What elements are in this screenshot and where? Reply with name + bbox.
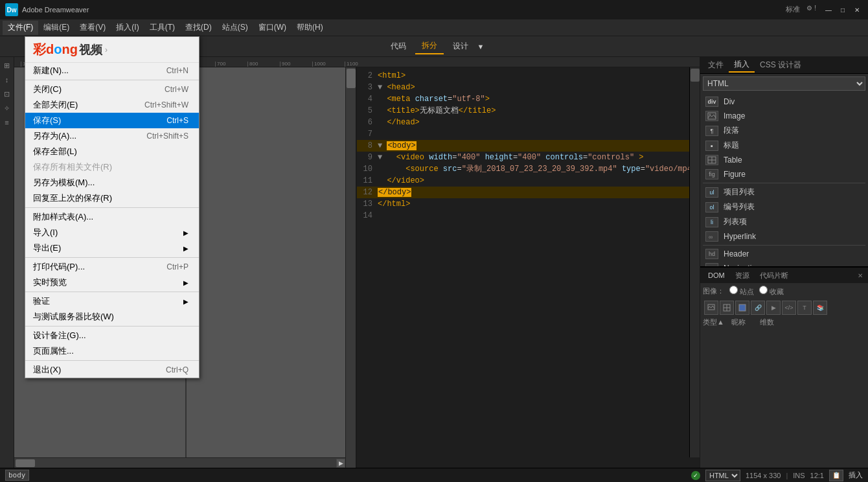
- status-log-btn[interactable]: 📋: [829, 470, 843, 481]
- assets-radio-favorites[interactable]: 收藏: [759, 286, 784, 297]
- design-hscroll[interactable]: ▶: [14, 457, 345, 468]
- line-content[interactable]: <title>无标题文档</title>: [378, 105, 689, 117]
- fmenu-import[interactable]: 导入(I) ▶: [25, 225, 199, 240]
- menu-item-tools[interactable]: 工具(T): [144, 21, 180, 35]
- fmenu-exit[interactable]: 退出(X) Ctrl+Q: [25, 362, 199, 378]
- code-view-button[interactable]: 代码: [384, 39, 413, 54]
- left-icon-3[interactable]: ⊡: [1, 88, 13, 100]
- insert-item-figure[interactable]: fig Figure: [703, 167, 865, 181]
- code-view[interactable]: 2 <html> 3 ▼ <head> 4 <meta charset="utf…: [357, 67, 700, 224]
- insert-item-para[interactable]: ¶ 段落: [703, 123, 865, 138]
- asset-media-btn[interactable]: ▶: [766, 301, 781, 315]
- insert-item-div[interactable]: div Div: [703, 95, 865, 109]
- left-icon-5[interactable]: ≡: [1, 117, 13, 128]
- fmenu-revert[interactable]: 回复至上次的保存(R): [25, 190, 199, 206]
- code-scrollbar[interactable]: [689, 67, 700, 457]
- radio-site[interactable]: [729, 286, 738, 294]
- insert-item-ul[interactable]: ul 项目列表: [703, 185, 865, 200]
- tab-files[interactable]: 文件: [703, 58, 729, 73]
- fmenu-print[interactable]: 打印代码(P)... Ctrl+P: [25, 259, 199, 275]
- fmenu-compare[interactable]: 与测试服务器比较(W): [25, 309, 199, 325]
- fmenu-close[interactable]: 关闭(C) Ctrl+W: [25, 82, 199, 97]
- line-content[interactable]: </body>: [378, 187, 689, 198]
- html-type-select[interactable]: HTML: [703, 76, 865, 91]
- fmenu-designnotes[interactable]: 设计备注(G)...: [25, 328, 199, 343]
- fmenu-export[interactable]: 导出(E) ▶: [25, 240, 199, 256]
- menu-item-file[interactable]: 文件(F): [3, 21, 38, 35]
- left-icon-2[interactable]: ↕: [1, 74, 13, 86]
- assets-radio-site[interactable]: 站点: [729, 286, 754, 297]
- code-panel[interactable]: 2 <html> 3 ▼ <head> 4 <meta charset="utf…: [357, 67, 700, 468]
- menu-item-view[interactable]: 查看(V): [74, 21, 111, 35]
- line-content[interactable]: <meta charset="utf-8">: [378, 93, 689, 105]
- line-content[interactable]: </html>: [378, 198, 689, 210]
- fmenu-saveas[interactable]: 另存为(A)... Ctrl+Shift+S: [25, 128, 199, 144]
- close-button[interactable]: ✕: [851, 5, 863, 15]
- fmenu-validate[interactable]: 验证 ▶: [25, 293, 199, 309]
- line-content[interactable]: </head>: [378, 117, 689, 128]
- split-view-button[interactable]: 拆分: [415, 39, 444, 54]
- menu-item-help[interactable]: 帮助(H): [291, 21, 328, 35]
- line-content[interactable]: ▼ <body>: [378, 140, 689, 152]
- code-line-7: 7: [357, 128, 689, 140]
- design-scrollbar[interactable]: [345, 67, 356, 468]
- insert-item-table[interactable]: Table: [703, 153, 865, 167]
- line-content[interactable]: </video>: [378, 175, 689, 187]
- insert-item-navigation[interactable]: nv Navigation: [703, 261, 865, 267]
- hscroll-arrow[interactable]: ▶: [336, 459, 345, 468]
- fmenu-saveall[interactable]: 保存全部(L): [25, 144, 199, 159]
- insert-label-li: 列表项: [724, 216, 747, 227]
- view-dropdown-arrow[interactable]: ▼: [477, 43, 485, 51]
- line-content[interactable]: <html>: [378, 70, 689, 82]
- left-icon-4[interactable]: ✧: [1, 102, 13, 114]
- assets-radio-label-1: 图像：: [703, 286, 724, 296]
- fmenu-preview[interactable]: 实时预览 ▶: [25, 275, 199, 290]
- tab-snippets[interactable]: 代码片断: [755, 270, 794, 282]
- minimize-button[interactable]: —: [823, 5, 834, 15]
- fmenu-saveastemplate[interactable]: 另存为模板(M)...: [25, 175, 199, 190]
- maximize-button[interactable]: □: [837, 5, 849, 15]
- radio-favorites[interactable]: [759, 286, 768, 294]
- status-html-select[interactable]: HTML: [705, 470, 740, 481]
- bottom-panel-close[interactable]: ✕: [855, 272, 865, 279]
- insert-item-image[interactable]: Image: [703, 109, 865, 123]
- tab-insert[interactable]: 插入: [729, 58, 755, 73]
- fmenu-pageprops[interactable]: 页面属性...: [25, 343, 199, 359]
- line-content[interactable]: ▼ <head>: [378, 82, 689, 93]
- fmenu-save[interactable]: 保存(S) Ctrl+S: [25, 113, 199, 128]
- scrollbar-thumb[interactable]: [347, 69, 356, 88]
- tab-assets[interactable]: 资源: [730, 270, 755, 282]
- line-content[interactable]: <source src="录制_2018_07_23_23_20_39_392.…: [378, 163, 700, 175]
- insert-item-li[interactable]: li 列表项: [703, 214, 865, 229]
- asset-template-btn[interactable]: T: [797, 301, 812, 315]
- insert-item-hyperlink[interactable]: ∞ Hyperlink: [703, 229, 865, 244]
- tab-dom[interactable]: DOM: [703, 270, 730, 281]
- status-tag[interactable]: body: [5, 470, 29, 481]
- fmenu-closeall[interactable]: 全部关闭(E) Ctrl+Shift+W: [25, 97, 199, 113]
- fmenu-new[interactable]: 新建(N)... Ctrl+N: [25, 63, 199, 78]
- titlebar-controls[interactable]: 标准 ⚙ ! — □ ✕: [786, 5, 863, 15]
- line-content[interactable]: [378, 128, 689, 140]
- line-content[interactable]: ▼ <video width="400" height="400" contro…: [378, 152, 689, 163]
- asset-link-btn[interactable]: 🔗: [751, 301, 765, 315]
- insert-item-heading[interactable]: ▪ 标题: [703, 138, 865, 153]
- tab-css-designer[interactable]: CSS 设计器: [755, 58, 806, 73]
- design-view-button[interactable]: 设计: [446, 39, 475, 54]
- insert-item-ol[interactable]: ol 编号列表: [703, 200, 865, 214]
- asset-color-btn[interactable]: [735, 301, 749, 315]
- insert-item-header[interactable]: hd Header: [703, 247, 865, 261]
- hscroll-thumb[interactable]: [16, 459, 35, 467]
- asset-lib-btn[interactable]: 📚: [813, 301, 827, 315]
- menu-item-site[interactable]: 站点(S): [217, 21, 253, 35]
- menu-item-window[interactable]: 窗口(W): [253, 21, 291, 35]
- menu-item-insert[interactable]: 插入(I): [111, 21, 144, 35]
- left-icon-1[interactable]: ⊞: [1, 60, 13, 71]
- asset-img-btn[interactable]: [704, 301, 718, 315]
- menu-item-find[interactable]: 查找(D): [180, 21, 217, 35]
- asset-table-btn[interactable]: [720, 301, 734, 315]
- line-content[interactable]: [378, 210, 689, 222]
- code-scrollbar-thumb[interactable]: [691, 69, 700, 82]
- fmenu-addstyle[interactable]: 附加样式表(A)...: [25, 209, 199, 225]
- menu-item-edit[interactable]: 编辑(E): [38, 21, 74, 35]
- asset-script-btn[interactable]: </>: [782, 301, 796, 315]
